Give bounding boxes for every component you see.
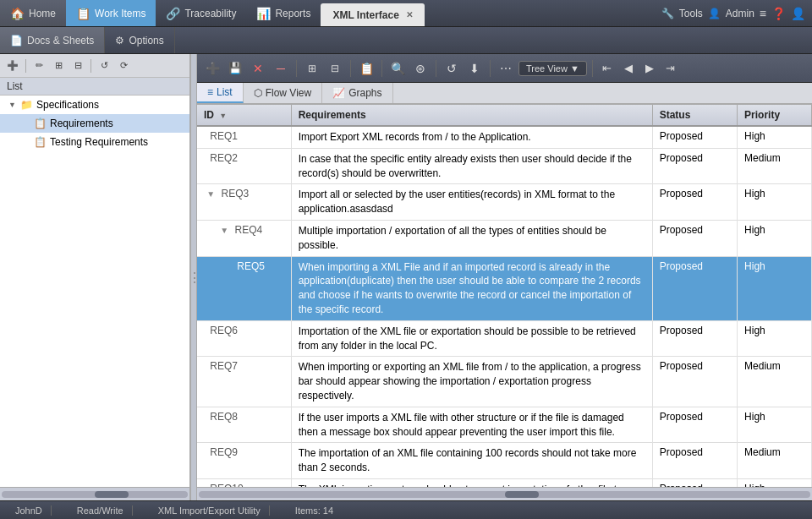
- dots-button[interactable]: ⋯: [496, 58, 516, 79]
- table-row[interactable]: REQ5 When importing a XML File and if an…: [197, 256, 812, 320]
- refresh-main-button[interactable]: ↺: [442, 58, 462, 79]
- options-icon: ⚙: [115, 35, 124, 46]
- import-button[interactable]: ⬇: [464, 58, 485, 79]
- table-row[interactable]: REQ8 If the user imports a XML file with…: [197, 407, 812, 443]
- cell-requirement: Import Export XML records from / to the …: [291, 126, 652, 148]
- edit-button[interactable]: ✏: [30, 57, 47, 74]
- tree-item-requirements[interactable]: 📋 Requirements: [0, 114, 189, 133]
- xml-interface-tab[interactable]: XML Interface ✕: [321, 3, 424, 26]
- tree-expand-button[interactable]: ⊞: [50, 57, 67, 74]
- options-tab[interactable]: ⚙ Options: [105, 27, 174, 53]
- sync-button[interactable]: ⟳: [115, 57, 132, 74]
- reports-menu-item[interactable]: 📊 Reports: [246, 0, 321, 26]
- row-expand-icon: ▼: [220, 226, 228, 235]
- col-requirements[interactable]: Requirements: [291, 105, 652, 126]
- cell-id: ▼ REQ3: [197, 184, 291, 221]
- table-row[interactable]: REQ1 Import Export XML records from / to…: [197, 126, 812, 148]
- horizontal-scrollbar[interactable]: [197, 487, 812, 500]
- status-items: Items: 14: [287, 505, 342, 516]
- left-horizontal-scrollbar[interactable]: [0, 487, 189, 500]
- cell-id: REQ5: [197, 256, 291, 320]
- nav-next-button[interactable]: ▶: [640, 59, 659, 78]
- tree-area: ▼ 📁 Specifications 📋 Requirements 📋 Test…: [0, 96, 189, 487]
- main-sep-4: [436, 60, 436, 77]
- collapse-all-button[interactable]: ⊟: [325, 58, 345, 79]
- tab-graphs[interactable]: 📈 Graphs: [322, 83, 392, 103]
- work-items-icon: 📋: [76, 7, 91, 20]
- testing-icon: 📋: [34, 136, 47, 148]
- cell-requirement: Multiple importation / exportation of al…: [291, 220, 652, 256]
- toolbar-separator-2: [91, 59, 91, 73]
- delete-button[interactable]: ✕: [248, 58, 268, 79]
- nav-first-button[interactable]: ⇤: [598, 59, 617, 78]
- table-row[interactable]: ▼ REQ4 Multiple importation / exportatio…: [197, 220, 812, 256]
- copy-button[interactable]: 📋: [356, 58, 376, 79]
- main-sep-6: [592, 60, 593, 77]
- tree-view-dropdown[interactable]: Tree View ▼: [518, 61, 587, 76]
- cell-requirement: In case that the specific entity already…: [291, 148, 652, 184]
- close-tab-icon[interactable]: ✕: [406, 10, 413, 19]
- col-id[interactable]: ID ▼: [197, 105, 291, 126]
- cell-id: REQ10: [197, 478, 291, 487]
- requirements-table: ID ▼ Requirements Status Priority: [197, 105, 812, 487]
- table-row[interactable]: REQ10 The XML importing system should no…: [197, 478, 812, 487]
- nav-prev-button[interactable]: ◀: [619, 59, 638, 78]
- tools-area: 🔧 Tools 👤 Admin ≡ ❓ 👤: [655, 0, 812, 26]
- list-tab-icon: ≡: [207, 86, 213, 98]
- cell-requirement: Importation of the XML file or exportati…: [291, 320, 652, 357]
- save-button[interactable]: 💾: [225, 58, 245, 79]
- second-toolbar: 📄 Docs & Sheets ⚙ Options: [0, 27, 812, 54]
- cell-status: Proposed: [652, 184, 737, 221]
- menu-icon[interactable]: ≡: [760, 7, 766, 20]
- cell-priority: Medium: [738, 357, 812, 407]
- table-row[interactable]: REQ6 Importation of the XML file or expo…: [197, 320, 812, 357]
- work-items-menu-item[interactable]: 📋 Work Items: [66, 0, 156, 26]
- col-status[interactable]: Status: [652, 105, 737, 126]
- cell-priority: High: [738, 184, 812, 221]
- refresh-button[interactable]: ↺: [96, 57, 112, 74]
- admin-icon: 👤: [708, 8, 721, 19]
- panel-splitter[interactable]: ⋮: [190, 54, 197, 500]
- row-expand-icon: ▼: [206, 189, 215, 199]
- left-panel-toolbar: ➕ ✏ ⊞ ⊟ ↺ ⟳: [0, 54, 189, 78]
- list-label: List: [0, 78, 189, 96]
- docs-sheets-tab[interactable]: 📄 Docs & Sheets: [0, 27, 105, 53]
- add-item-button[interactable]: ➕: [4, 57, 21, 74]
- nav-last-button[interactable]: ⇥: [661, 59, 680, 78]
- cell-status: Proposed: [652, 126, 737, 148]
- add-record-button[interactable]: ➕: [202, 58, 222, 79]
- cell-priority: Medium: [738, 443, 812, 479]
- cell-status: Proposed: [652, 407, 737, 443]
- filter-button[interactable]: ⊛: [410, 58, 431, 79]
- table-row[interactable]: ▼ REQ3 Import all or selected by the use…: [197, 184, 812, 221]
- traceability-menu-item[interactable]: 🔗 Traceability: [156, 0, 246, 26]
- tools-icon: 🔧: [661, 8, 674, 19]
- minus-button[interactable]: ─: [271, 58, 291, 79]
- table-row[interactable]: REQ9 The importation of an XML file cont…: [197, 443, 812, 479]
- status-access: Read/Write: [69, 505, 133, 516]
- requirements-icon: 📋: [34, 117, 47, 129]
- col-priority[interactable]: Priority: [738, 105, 812, 126]
- cell-id: REQ9: [197, 443, 291, 479]
- tab-list[interactable]: ≡ List: [197, 83, 244, 103]
- tree-item-testing[interactable]: 📋 Testing Requirements: [0, 133, 189, 151]
- table-row[interactable]: REQ7 When importing or exporting an XML …: [197, 357, 812, 407]
- cell-status: Proposed: [652, 148, 737, 184]
- tree-item-specifications[interactable]: ▼ 📁 Specifications: [0, 96, 189, 114]
- scroll-thumb-main[interactable]: [505, 491, 539, 498]
- folder-icon: 📁: [20, 99, 33, 111]
- user-icon[interactable]: 👤: [791, 7, 805, 20]
- scroll-track-main: [199, 491, 810, 498]
- cell-priority: High: [738, 478, 812, 487]
- cell-status: Proposed: [652, 220, 737, 256]
- cell-status: Proposed: [652, 443, 737, 479]
- home-menu-item[interactable]: 🏠 Home: [0, 0, 66, 26]
- scroll-thumb[interactable]: [95, 491, 129, 498]
- tab-flow-view[interactable]: ⬡ Flow View: [244, 83, 322, 103]
- table-row[interactable]: REQ2 In case that the specific entity al…: [197, 148, 812, 184]
- tree-collapse-button[interactable]: ⊟: [69, 57, 86, 74]
- main-sep-1: [296, 60, 297, 77]
- search-button[interactable]: 🔍: [387, 58, 408, 79]
- expand-all-button[interactable]: ⊞: [302, 58, 322, 79]
- help-icon[interactable]: ❓: [771, 7, 786, 20]
